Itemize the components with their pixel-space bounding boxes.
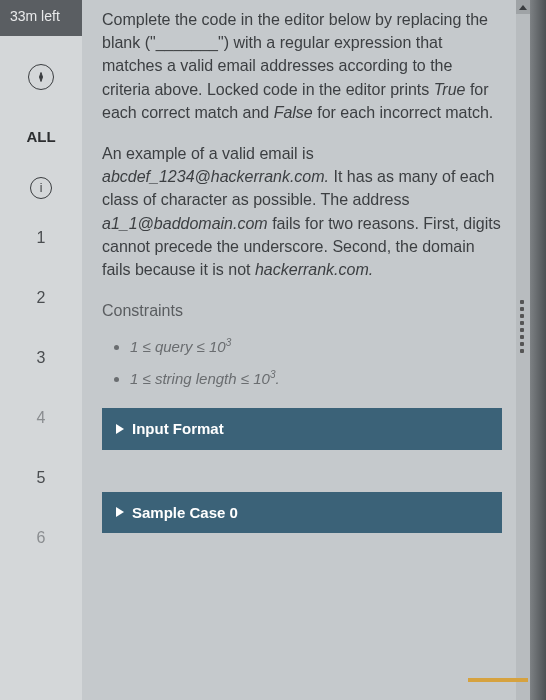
timer-text: 33m left: [10, 8, 60, 24]
example-email-2: a1_1@baddomain.com: [102, 215, 268, 232]
c1-text: 1 ≤ query ≤ 10: [130, 338, 226, 355]
constraints-heading: Constraints: [102, 299, 502, 322]
accent-bar: [468, 678, 528, 682]
p1d: for each incorrect match.: [313, 104, 494, 121]
question-nav-5[interactable]: 5: [37, 469, 46, 487]
left-sidebar: ALL i 1 2 3 4 5 6: [0, 36, 82, 700]
question-nav: 1 2 3 4 5 6: [37, 229, 46, 547]
problem-content: Complete the code in the editor below by…: [102, 8, 502, 692]
triangle-right-icon: [116, 507, 124, 517]
c2-text: 1 ≤ string length ≤ 10: [130, 370, 270, 387]
question-nav-4[interactable]: 4: [37, 409, 46, 427]
input-format-label: Input Format: [132, 418, 224, 440]
question-nav-6[interactable]: 6: [37, 529, 46, 547]
info-icon[interactable]: i: [30, 177, 52, 199]
constraint-2: 1 ≤ string length ≤ 103.: [130, 368, 502, 390]
compass-icon[interactable]: [28, 64, 54, 90]
example-email-1: abcdef_1234@hackerrank.com.: [102, 168, 329, 185]
question-nav-1[interactable]: 1: [37, 229, 46, 247]
c1-sup: 3: [226, 337, 232, 348]
sample-case-panel[interactable]: Sample Case 0: [102, 492, 502, 534]
constraints-list: 1 ≤ query ≤ 103 1 ≤ string length ≤ 103.: [102, 336, 502, 390]
p2a: An example of a valid email is: [102, 145, 314, 162]
c2-end: .: [275, 370, 279, 387]
question-nav-3[interactable]: 3: [37, 349, 46, 367]
scroll-up-button[interactable]: [516, 0, 530, 14]
all-label[interactable]: ALL: [26, 128, 55, 145]
blank: _______: [156, 34, 218, 51]
domain-text: hackerrank.com.: [255, 261, 373, 278]
false-word: False: [274, 104, 313, 121]
constraint-1: 1 ≤ query ≤ 103: [130, 336, 502, 358]
svg-marker-0: [40, 73, 43, 82]
drag-handle-icon[interactable]: [520, 300, 526, 353]
triangle-right-icon: [116, 424, 124, 434]
paragraph-2: An example of a valid email is abcdef_12…: [102, 142, 502, 281]
sample-case-label: Sample Case 0: [132, 502, 238, 524]
question-nav-2[interactable]: 2: [37, 289, 46, 307]
input-format-panel[interactable]: Input Format: [102, 408, 502, 450]
paragraph-1: Complete the code in the editor below by…: [102, 8, 502, 124]
timer-bar: 33m left: [0, 0, 82, 36]
right-edge: [530, 0, 546, 700]
true-word: True: [434, 81, 466, 98]
